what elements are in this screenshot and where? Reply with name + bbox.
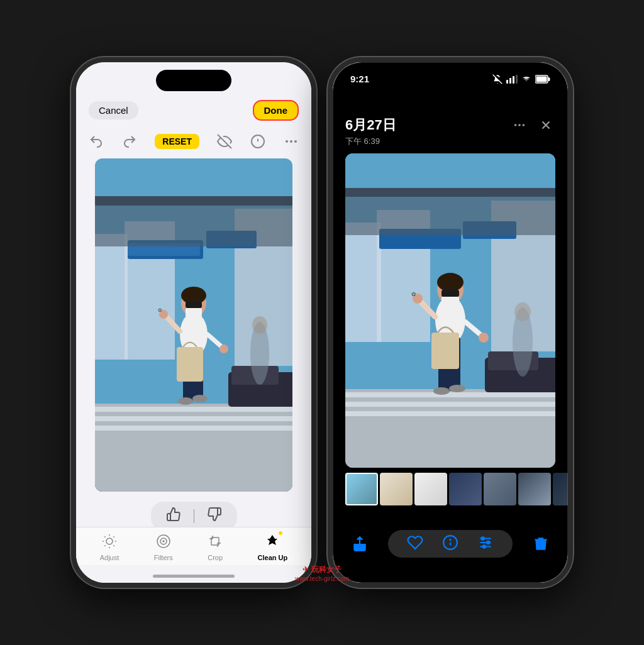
more-icon[interactable] (283, 132, 299, 151)
svg-point-92 (479, 333, 489, 343)
notification-icon (492, 74, 502, 84)
tab-filters-label: Filters (154, 554, 173, 561)
gallery-header: 6月27日 下午 6:39 (333, 84, 568, 153)
volume-down-button (71, 218, 72, 256)
svg-rect-56 (516, 75, 518, 84)
phone-edit: Cancel Done RESET (71, 57, 316, 588)
svg-rect-60 (548, 77, 550, 81)
thumbnail-7[interactable] (553, 473, 568, 505)
svg-point-4 (286, 140, 288, 143)
thumbnail-2[interactable] (380, 473, 413, 505)
svg-rect-18 (95, 416, 292, 421)
adjust-icon (102, 534, 117, 551)
filters-icon (156, 534, 171, 551)
svg-rect-19 (95, 426, 292, 431)
svg-text:✿: ✿ (411, 291, 416, 297)
power-button-2 (572, 182, 573, 238)
svg-rect-77 (345, 411, 555, 416)
dynamic-island-2 (413, 70, 488, 91)
photo-thumbnails (333, 468, 568, 510)
date-sub: 下午 6:39 (345, 136, 396, 147)
done-button[interactable]: Done (253, 100, 299, 121)
tab-crop[interactable]: Crop (208, 534, 223, 561)
thumbnail-6[interactable] (518, 473, 551, 505)
svg-point-105 (487, 541, 489, 544)
battery-icon (535, 75, 550, 84)
trash-button[interactable] (527, 530, 555, 558)
svg-point-84 (449, 385, 465, 392)
center-actions (388, 530, 513, 558)
phone-gallery: 9:21 (328, 57, 573, 588)
reset-button[interactable]: RESET (155, 134, 199, 149)
svg-rect-17 (95, 407, 292, 412)
status-icons (492, 74, 550, 84)
cancel-button[interactable]: Cancel (89, 101, 138, 119)
share-button[interactable] (346, 530, 374, 558)
svg-rect-53 (506, 80, 508, 84)
svg-point-83 (433, 387, 450, 395)
tab-filters[interactable]: Filters (154, 534, 173, 561)
redo-icon[interactable] (122, 132, 138, 151)
more-button[interactable] (510, 116, 529, 135)
info-button[interactable] (442, 534, 458, 553)
svg-rect-29 (186, 302, 202, 308)
tab-adjust[interactable]: Adjust (100, 534, 119, 561)
volume-down-button-2 (328, 218, 329, 256)
heart-button[interactable] (407, 534, 423, 553)
volume-up-button-2 (328, 172, 329, 210)
cleanup-icon (265, 534, 280, 551)
tab-crop-label: Crop (208, 554, 223, 561)
thumbs-down-button[interactable] (207, 507, 222, 526)
svg-rect-59 (536, 76, 547, 82)
svg-rect-88 (441, 297, 459, 306)
svg-line-43 (113, 545, 114, 546)
svg-rect-87 (441, 290, 459, 297)
crop-icon (208, 534, 223, 551)
thumbnail-1[interactable] (345, 473, 378, 505)
thumbs-up-button[interactable] (166, 507, 181, 526)
svg-rect-8 (95, 234, 128, 360)
undo-icon[interactable] (89, 132, 104, 151)
tab-cleanup[interactable]: Clean Up (258, 534, 288, 561)
thumbnail-4[interactable] (449, 473, 482, 505)
svg-point-62 (518, 124, 521, 126)
svg-point-25 (178, 397, 193, 405)
svg-rect-67 (345, 223, 381, 342)
svg-rect-55 (513, 76, 514, 84)
status-time: 9:21 (350, 74, 369, 84)
gallery-actions (333, 522, 568, 565)
edit-photo: ✿ (95, 158, 292, 492)
date-main: 6月27日 (345, 116, 396, 135)
signal-icon (506, 75, 518, 84)
svg-line-47 (113, 536, 114, 537)
svg-point-86 (437, 273, 464, 292)
svg-rect-31 (177, 347, 203, 382)
svg-rect-75 (345, 392, 555, 397)
visibility-icon[interactable] (217, 132, 233, 151)
svg-point-48 (157, 535, 170, 548)
svg-point-39 (106, 538, 113, 544)
svg-rect-54 (509, 78, 511, 84)
edit-tabs: Adjust Filters (76, 527, 311, 565)
adjust-button[interactable] (477, 534, 494, 553)
edit-toolbar: RESET (76, 127, 311, 156)
thumbnail-3[interactable] (414, 473, 447, 505)
svg-point-61 (514, 124, 517, 126)
svg-point-28 (181, 287, 206, 304)
svg-rect-89 (431, 333, 459, 369)
svg-point-5 (290, 140, 292, 143)
pen-icon[interactable] (250, 132, 266, 151)
svg-point-63 (523, 124, 525, 126)
home-indicator-2 (409, 575, 491, 578)
svg-point-96 (514, 302, 531, 321)
home-indicator-1 (153, 575, 235, 578)
photo-date: 6月27日 下午 6:39 (345, 116, 396, 147)
close-button[interactable] (536, 116, 555, 135)
mute-button (71, 138, 72, 163)
svg-rect-76 (345, 402, 555, 407)
svg-rect-15 (95, 196, 292, 206)
svg-point-26 (192, 395, 208, 402)
svg-point-104 (481, 537, 484, 539)
tab-adjust-label: Adjust (100, 554, 119, 561)
thumbnail-5[interactable] (484, 473, 516, 505)
